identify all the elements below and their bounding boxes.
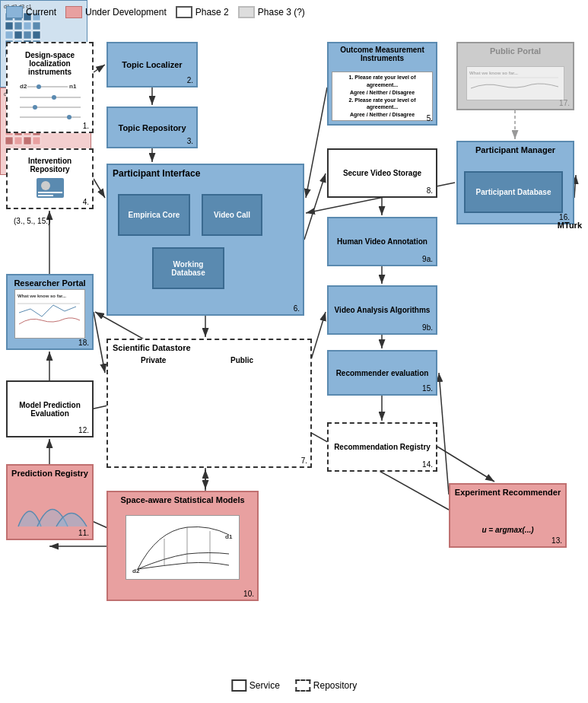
svg-line-28 — [94, 312, 105, 373]
space-aware-box: Space-aware Statistical Models d2 d1 10. — [106, 491, 259, 601]
svg-rect-49 — [24, 22, 31, 30]
topic-localizer-number: 2. — [187, 76, 193, 84]
legend-dev-box — [65, 6, 82, 18]
researcher-portal-box: Researcher Portal What we know so far...… — [6, 274, 94, 350]
legend-phase3-box — [238, 6, 255, 18]
svg-rect-80 — [14, 137, 22, 145]
participant-interface-title: Participant Interface — [113, 168, 200, 179]
legend-current: Current — [6, 6, 56, 18]
intervention-repo-box: Intervention Repository 4. — [6, 148, 94, 209]
svg-text:d2: d2 — [20, 83, 27, 90]
svg-rect-53 — [24, 31, 31, 39]
working-db-box: Working Database — [152, 247, 224, 289]
design-space-title: Design-space localization instruments — [11, 51, 89, 76]
recommender-eval-box: Recommender evaluation 15. — [327, 350, 437, 396]
experiment-recommender-title: Experiment Recommender — [453, 488, 562, 497]
svg-point-36 — [33, 105, 37, 110]
bottom-legend: Service Repository — [231, 679, 357, 692]
portal-svg: What we know so far... — [467, 67, 566, 97]
scientific-datastore-title: Scientific Datastore — [113, 343, 191, 352]
svg-text:d1: d1 — [225, 533, 233, 540]
human-video-number: 9a. — [422, 255, 433, 263]
legend-dev-label: Under Development — [85, 7, 167, 17]
human-video-title: Human Video Annotation — [337, 237, 427, 246]
svg-rect-51 — [5, 31, 13, 39]
topic-repo-number: 3. — [187, 137, 193, 145]
prediction-registry-box: Prediction Registry 11. — [6, 464, 94, 540]
secure-video-title: Secure Video Storage — [343, 169, 421, 177]
bottom-service-item: Service — [231, 679, 280, 692]
researcher-portal-title: Researcher Portal — [11, 278, 89, 288]
human-video-box: Human Video Annotation 9a. — [327, 217, 437, 266]
svg-text:What we know so far...: What we know so far... — [17, 294, 66, 298]
recommender-eval-title: Recommender evaluation — [336, 369, 429, 377]
legend: Current Under Development Phase 2 Phase … — [6, 6, 305, 18]
svg-rect-47 — [5, 22, 13, 30]
design-space-visual: d2 n1 — [14, 81, 85, 124]
outcome-title: Outcome Measurement Instruments — [332, 46, 433, 62]
svg-line-5 — [94, 179, 105, 198]
svg-line-8 — [304, 173, 326, 240]
working-db-title: Working Database — [157, 260, 220, 277]
svg-point-32 — [37, 84, 41, 89]
design-space-box: Design-space localization instruments d2… — [6, 42, 94, 133]
intervention-repo-title: Intervention Repository — [11, 157, 89, 173]
participant-manager-title: Participant Manager — [461, 145, 570, 154]
service-label: Service — [250, 680, 280, 691]
prediction-svg — [14, 488, 91, 530]
researcher-portal-number: 18. — [78, 339, 89, 347]
prediction-registry-number: 11. — [78, 529, 89, 537]
prediction-registry-title: Prediction Registry — [11, 469, 89, 478]
legend-phase2: Phase 2 — [176, 6, 229, 18]
svg-point-34 — [52, 95, 56, 100]
recommendation-registry-box: Recommendation Registry 14. — [327, 422, 437, 472]
participant-interface-box: Participant Interface 6. — [106, 164, 304, 316]
svg-point-38 — [67, 115, 72, 119]
design-space-number: 1. — [83, 122, 89, 130]
legend-current-box — [6, 6, 23, 18]
public-portal-box: Public Portal What we know so far... 17. — [456, 42, 574, 110]
legend-phase2-box — [176, 6, 192, 18]
outcome-measurement-box: Outcome Measurement Instruments 1. Pleas… — [327, 42, 437, 126]
video-call-box: Video Call — [202, 194, 262, 236]
secure-video-number: 8. — [427, 186, 433, 195]
recommendation-registry-title: Recommendation Registry — [334, 443, 431, 451]
svg-rect-79 — [5, 137, 13, 145]
svg-rect-50 — [33, 22, 40, 30]
outcome-number: 5. — [427, 114, 433, 122]
diagram-container: Current Under Development Phase 2 Phase … — [0, 0, 588, 703]
svg-line-14 — [439, 373, 449, 495]
participant-db-title: Participant Database — [476, 188, 551, 196]
prediction-visual — [14, 488, 85, 532]
experiment-recommender-box: Experiment Recommender u = argmax(...) 1… — [449, 483, 567, 548]
topic-repo-title: Topic Repository — [118, 123, 186, 132]
bottom-repo-item: Repository — [295, 679, 357, 692]
chart-svg: d2 d1 — [126, 516, 240, 577]
legend-dev: Under Development — [65, 6, 167, 18]
outcome-opts1: Agree / Neither / Disagree — [334, 89, 431, 97]
legend-phase3-label: Phase 3 (?) — [258, 7, 305, 17]
person-icon-svg — [35, 177, 65, 199]
public-portal-number: 17. — [559, 99, 570, 107]
participant-interface-number: 6. — [294, 304, 300, 313]
recommender-eval-number: 15. — [422, 384, 433, 393]
svg-line-13 — [437, 447, 494, 482]
topic-repo-box: Topic Repository 3. — [106, 107, 198, 148]
model-prediction-title: Model Prediction Evaluation — [11, 401, 89, 418]
legend-phase2-label: Phase 2 — [195, 7, 229, 17]
intervention-repo-number: 4. — [83, 198, 89, 206]
service-box-icon — [231, 679, 246, 692]
model-prediction-number: 12. — [78, 426, 89, 434]
researcher-portal-svg: What we know so far... — [15, 290, 87, 336]
svg-line-6 — [306, 87, 327, 198]
topic-localizer-title: Topic Localizer — [122, 60, 182, 69]
svg-rect-41 — [38, 192, 62, 193]
svg-text:What we know so far...: What we know so far... — [469, 71, 518, 75]
researcher-portal-visual: What we know so far... — [14, 289, 85, 339]
svg-point-40 — [41, 181, 50, 190]
sliders-svg: d2 n1 — [16, 81, 84, 122]
mturk-label: MTurk — [558, 221, 582, 230]
public-portal-visual: What we know so far... — [466, 66, 564, 100]
chart-visual: d2 d1 — [126, 515, 240, 580]
outcome-opts2: Agree / Neither / Disagree — [334, 111, 431, 119]
